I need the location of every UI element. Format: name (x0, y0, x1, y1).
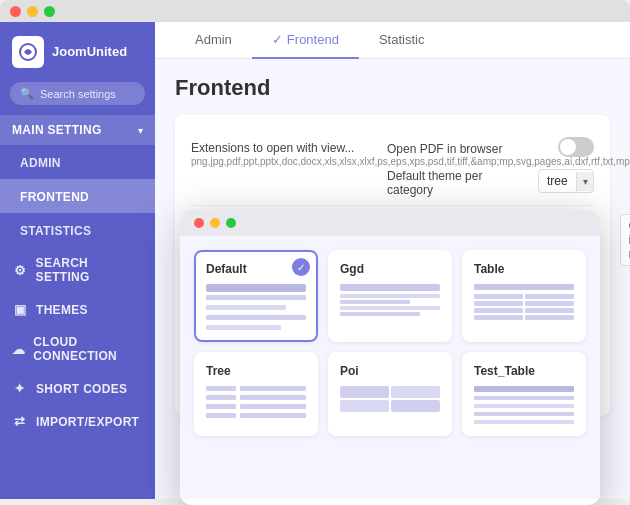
tab-statistic[interactable]: Statistic (359, 22, 445, 59)
sidebar-section-main[interactable]: MAIN SETTING ▾ (0, 115, 155, 145)
ggd-row-1 (340, 294, 440, 298)
theme-card-tree-name: Tree (206, 364, 306, 378)
short-codes-icon: ✦ (12, 381, 28, 396)
theme-card-test-table[interactable]: Test_Table (462, 352, 586, 436)
table-cell-3 (474, 301, 523, 306)
theme-card-ggd-name: Ggd (340, 262, 440, 276)
table-row-1 (474, 294, 574, 299)
theme-card-table[interactable]: Table (462, 250, 586, 342)
table-row-3 (474, 308, 574, 313)
ggd-row-4 (340, 312, 420, 316)
select-arrow-icon[interactable]: ▾ (576, 172, 594, 191)
tree-right-4 (240, 413, 306, 418)
table-cell-7 (474, 315, 523, 320)
sidebar: JoomUnited 🔍 Search settings MAIN SETTIN… (0, 22, 155, 499)
sidebar-item-admin-label: ADMIN (20, 156, 61, 170)
import-export-icon: ⇄ (12, 414, 28, 429)
sidebar-item-statistics[interactable]: STATISTICS (0, 213, 155, 247)
test-table-header (474, 386, 574, 392)
preview-row-1 (206, 295, 306, 300)
table-cell-2 (525, 294, 574, 299)
extensions-label: Extensions to open with view... (191, 137, 371, 155)
page-title: Frontend (175, 75, 610, 101)
test-table-row-4 (474, 420, 574, 424)
ggd-row-2 (340, 300, 410, 304)
sidebar-item-admin[interactable]: ADMIN (0, 145, 155, 179)
extensions-row: Extensions to open with view... png,jpg,… (191, 129, 594, 206)
extensions-left: Extensions to open with view... png,jpg,… (191, 137, 371, 169)
preview-row-2 (206, 305, 286, 310)
tree-left-4 (206, 413, 236, 418)
file-previewer-select[interactable]: Open in a new ▾ (620, 214, 630, 266)
theme-popup: ✓ Default Ggd (180, 210, 600, 505)
check-icon: ✓ (272, 32, 283, 47)
table-cell-6 (525, 308, 574, 313)
minimize-dot[interactable] (27, 6, 38, 17)
sidebar-item-short-codes-label: SHORT CODES (36, 382, 127, 396)
ggd-header (340, 284, 440, 291)
test-table-row-2 (474, 404, 574, 408)
sidebar-item-statistics-label: STATISTICS (20, 224, 91, 238)
theme-card-table-name: Table (474, 262, 574, 276)
file-previewer-value: Open in a new (621, 215, 630, 265)
sidebar-item-import-export-label: IMPORT/EXPORT (36, 415, 139, 429)
default-theme-select[interactable]: tree ▾ (538, 169, 594, 193)
default-theme-value: tree (539, 170, 576, 192)
logo-text: JoomUnited (52, 44, 127, 60)
tree-left-2 (206, 395, 236, 400)
sidebar-item-import-export[interactable]: ⇄ IMPORT/EXPORT (0, 405, 155, 438)
theme-preview-tree (206, 386, 306, 418)
theme-preview-ggd (340, 284, 440, 316)
theme-card-tree[interactable]: Tree (194, 352, 318, 436)
tree-left-1 (206, 386, 236, 391)
sidebar-item-themes[interactable]: ▣ THEMES (0, 293, 155, 326)
sidebar-item-short-codes[interactable]: ✦ SHORT CODES (0, 372, 155, 405)
tree-right-2 (240, 395, 306, 400)
theme-grid: ✓ Default Ggd (194, 250, 586, 436)
theme-selected-check: ✓ (292, 258, 310, 276)
theme-card-poi[interactable]: Poi (328, 352, 452, 436)
sidebar-item-frontend[interactable]: FRONTEND (0, 179, 155, 213)
window-chrome (0, 0, 630, 22)
table-row-4 (474, 315, 574, 320)
sidebar-item-cloud-connection[interactable]: ☁ CLOUD CONNECTION (0, 326, 155, 372)
sidebar-search[interactable]: 🔍 Search settings (10, 82, 145, 105)
popup-close-dot[interactable] (194, 218, 204, 228)
ggd-row-3 (340, 306, 440, 310)
sidebar-logo: JoomUnited (0, 22, 155, 78)
close-dot[interactable] (10, 6, 21, 17)
table-cell-8 (525, 315, 574, 320)
theme-preview-table (474, 284, 574, 320)
theme-card-default-name: Default (206, 262, 306, 276)
theme-preview-poi (340, 386, 440, 412)
sidebar-item-search-setting[interactable]: ⚙ SEARCH SETTING (0, 247, 155, 293)
table-row-2 (474, 301, 574, 306)
preview-row-4 (206, 325, 281, 330)
tab-frontend[interactable]: ✓Frontend (252, 22, 359, 59)
tabs-bar: Admin ✓Frontend Statistic (155, 22, 630, 59)
tree-left-panel (206, 386, 236, 418)
test-table-row-1 (474, 396, 574, 400)
theme-preview-default (206, 284, 306, 330)
cloud-icon: ☁ (12, 342, 25, 357)
maximize-dot[interactable] (44, 6, 55, 17)
popup-minimize-dot[interactable] (210, 218, 220, 228)
table-cell-5 (474, 308, 523, 313)
theme-card-default[interactable]: ✓ Default (194, 250, 318, 342)
search-icon: 🔍 (20, 87, 34, 100)
tab-admin[interactable]: Admin (175, 22, 252, 59)
sidebar-item-search-setting-label: SEARCH SETTING (36, 256, 143, 284)
search-label: Search settings (40, 88, 116, 100)
table-header (474, 284, 574, 290)
open-pdf-toggle[interactable] (558, 137, 594, 157)
popup-titlebar (180, 210, 600, 236)
extensions-value: png,jpg,pdf,ppt,pptx,doc,docx,xls,xlsx,x… (191, 155, 371, 169)
tree-right-3 (240, 404, 306, 409)
sidebar-item-themes-label: THEMES (36, 303, 88, 317)
search-setting-icon: ⚙ (12, 263, 28, 278)
default-theme-label: Default theme per category (387, 165, 530, 197)
poi-cell-4 (391, 400, 440, 412)
theme-card-ggd[interactable]: Ggd (328, 250, 452, 342)
chevron-icon: ▾ (138, 125, 143, 136)
popup-maximize-dot[interactable] (226, 218, 236, 228)
